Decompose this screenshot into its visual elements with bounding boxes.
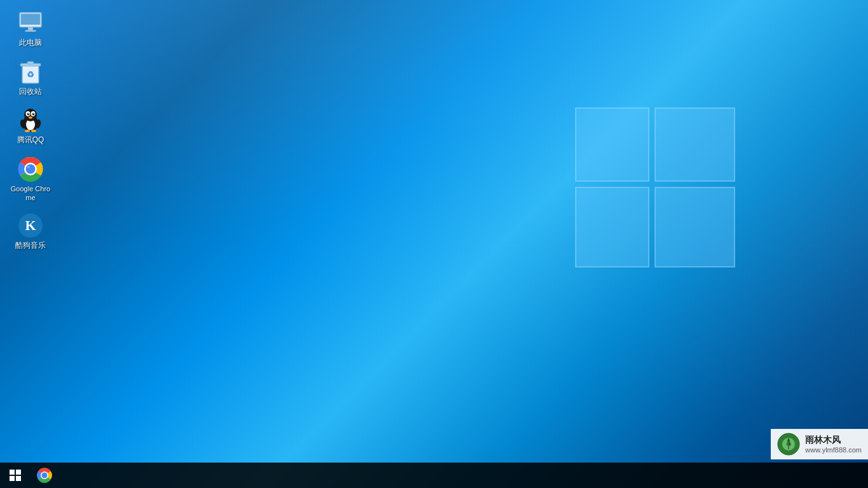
svg-point-19 <box>28 113 29 114</box>
svg-marker-1 <box>655 108 735 181</box>
svg-rect-10 <box>27 62 34 64</box>
desktop-icon-google-chrome[interactable]: Google Chrome <box>6 152 55 207</box>
svg-marker-2 <box>576 187 649 267</box>
start-button[interactable] <box>0 463 31 488</box>
svg-point-21 <box>29 116 32 119</box>
svg-rect-35 <box>10 470 15 475</box>
desktop-icon-tencent-qq[interactable]: 腾讯QQ <box>6 104 55 149</box>
svg-point-28 <box>26 164 36 173</box>
qq-label: 腾讯QQ <box>17 135 44 146</box>
desktop-icon-kugou[interactable]: K 酷狗音乐 <box>6 209 55 255</box>
this-pc-icon <box>18 10 43 36</box>
svg-rect-38 <box>16 476 21 481</box>
recycle-bin-icon: ♻ <box>18 59 43 85</box>
windows-logo <box>569 102 741 273</box>
kugou-icon: K <box>18 213 43 238</box>
svg-point-29 <box>27 166 30 168</box>
svg-point-41 <box>42 473 48 478</box>
desktop: 此电脑 ♻ 回收站 <box>0 0 868 488</box>
watermark-title: 雨林木风 <box>805 435 862 446</box>
svg-marker-3 <box>655 187 735 267</box>
svg-text:♻: ♻ <box>27 70 34 79</box>
watermark-text-block: 雨林木风 www.ylmf888.com <box>805 435 862 454</box>
svg-point-22 <box>25 130 30 132</box>
chrome-label: Google Chrome <box>9 184 52 203</box>
taskbar-chrome-button[interactable] <box>32 463 57 488</box>
chrome-icon <box>18 156 43 182</box>
svg-rect-34 <box>788 445 789 449</box>
taskbar <box>0 463 868 488</box>
svg-marker-0 <box>576 108 649 181</box>
qq-icon <box>18 107 43 133</box>
svg-rect-6 <box>28 27 33 30</box>
watermark-url: www.ylmf888.com <box>805 446 862 454</box>
svg-rect-5 <box>21 14 40 25</box>
this-pc-label: 此电脑 <box>19 38 42 48</box>
desktop-icon-this-pc[interactable]: 此电脑 <box>6 6 55 52</box>
desktop-icons: 此电脑 ♻ 回收站 <box>6 6 55 255</box>
svg-rect-7 <box>25 30 36 31</box>
watermark-logo-icon <box>777 433 800 456</box>
svg-rect-36 <box>16 470 21 475</box>
svg-point-23 <box>31 130 36 132</box>
desktop-icon-recycle-bin[interactable]: ♻ 回收站 <box>6 55 55 101</box>
kugou-label: 酷狗音乐 <box>15 241 46 251</box>
svg-text:K: K <box>25 217 36 233</box>
watermark: 雨林木风 www.ylmf888.com <box>771 429 868 459</box>
svg-rect-37 <box>10 476 15 481</box>
recycle-bin-label: 回收站 <box>19 87 42 97</box>
svg-point-20 <box>33 113 34 114</box>
